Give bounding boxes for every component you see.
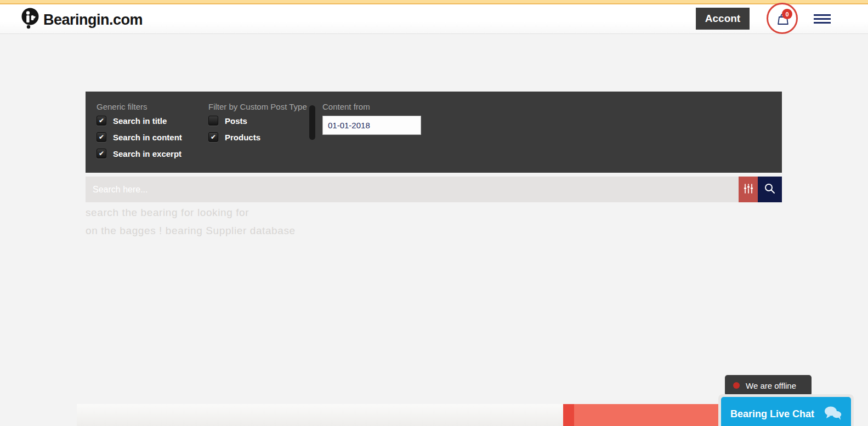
cart-button[interactable]: 0 — [767, 3, 798, 34]
logo[interactable]: Bearingin.com — [21, 8, 143, 32]
checkbox-label: Search in title — [113, 116, 167, 126]
panel-scrollbar[interactable] — [309, 105, 315, 140]
chat-status-text: We are offline — [746, 381, 796, 390]
tagline-line2: on the bagges ! bearing Supplier databas… — [86, 225, 296, 237]
chat-status-tooltip: We are offline — [725, 375, 812, 396]
account-button[interactable]: Accont — [696, 8, 750, 30]
live-chat-label: Bearing Live Chat — [730, 408, 814, 420]
check-icon[interactable]: ✔ — [97, 116, 106, 126]
cart-count-badge: 0 — [782, 9, 792, 19]
page-root: Bearingin.com Accont 0 Generic filters ✔… — [0, 0, 868, 426]
live-chat-widget: Bearing Live Chat — [718, 394, 854, 426]
search-input[interactable] — [86, 177, 739, 202]
search-bar — [86, 177, 782, 202]
offline-status-dot-icon — [733, 382, 740, 389]
checkbox-label: Search in excerpt — [113, 149, 181, 158]
checkbox-search-in-content[interactable]: ✔ Search in content — [97, 132, 182, 142]
check-icon[interactable]: ✔ — [97, 149, 106, 158]
sliders-icon — [742, 183, 754, 196]
checkbox-label: Search in content — [113, 133, 182, 142]
top-accent-strip — [0, 0, 868, 4]
chat-bubbles-icon — [823, 405, 844, 423]
content-from-date-input[interactable] — [322, 116, 421, 135]
search-icon — [763, 182, 776, 197]
logo-text: Bearingin.com — [43, 12, 143, 29]
footer-red-strip — [563, 404, 574, 426]
checkbox-products[interactable]: ✔ Products — [208, 132, 260, 142]
live-chat-button[interactable]: Bearing Live Chat — [721, 397, 851, 426]
search-submit-button[interactable] — [758, 177, 782, 202]
generic-filters-title: Generic filters — [97, 102, 147, 111]
check-icon[interactable]: ✔ — [208, 132, 218, 142]
filter-toggle-button[interactable] — [739, 177, 758, 202]
checkbox-label: Products — [225, 133, 260, 142]
checkbox-search-in-excerpt[interactable]: ✔ Search in excerpt — [97, 149, 181, 158]
footer-image-strip — [77, 404, 563, 426]
checkbox-posts[interactable]: Posts — [208, 116, 247, 126]
check-icon[interactable]: ✔ — [97, 132, 106, 142]
bearing-logo-icon — [21, 8, 41, 32]
empty-checkbox[interactable] — [208, 116, 218, 126]
checkbox-search-in-title[interactable]: ✔ Search in title — [97, 116, 167, 126]
content-from-title: Content from — [322, 102, 370, 111]
checkbox-label: Posts — [225, 116, 247, 126]
menu-hamburger-icon[interactable] — [814, 14, 831, 26]
post-type-filter-title: Filter by Custom Post Type — [208, 102, 307, 111]
search-filter-panel: Generic filters ✔ Search in title ✔ Sear… — [86, 92, 782, 173]
tagline-line1: search the bearing for looking for — [86, 207, 249, 219]
